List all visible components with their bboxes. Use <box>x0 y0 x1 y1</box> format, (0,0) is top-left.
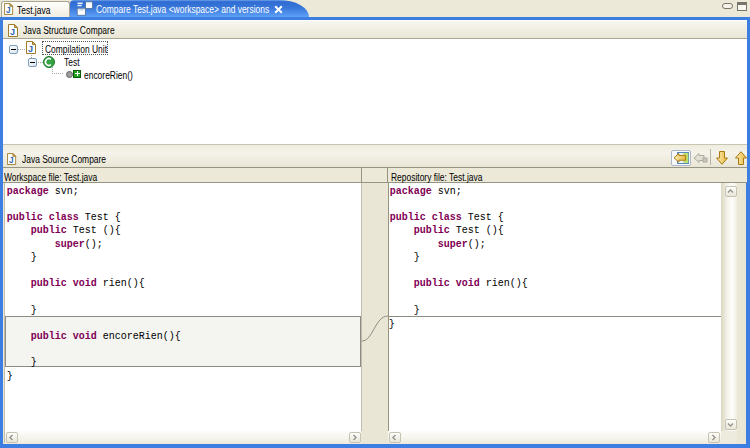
svg-text:J: J <box>6 6 11 15</box>
svg-text:J: J <box>28 44 33 54</box>
svg-text:J: J <box>10 27 15 37</box>
svg-text:J: J <box>9 156 14 165</box>
